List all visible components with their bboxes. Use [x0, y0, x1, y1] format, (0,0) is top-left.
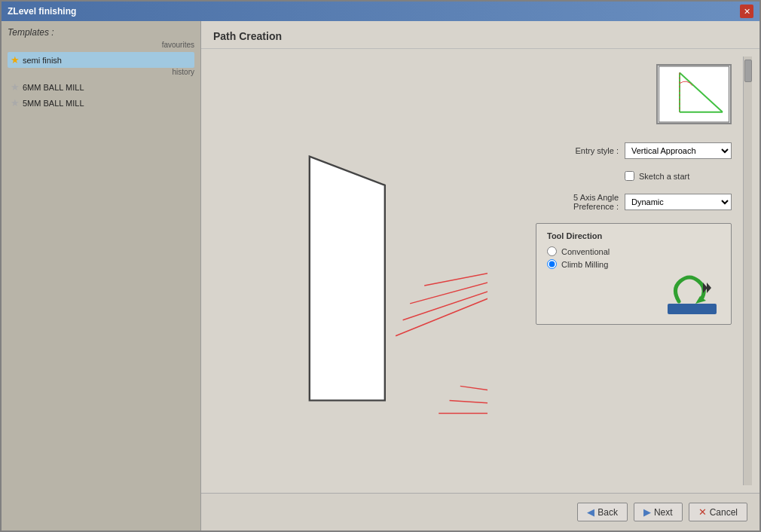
panel-title: Path Creation	[201, 21, 759, 49]
svg-line-7	[410, 274, 487, 303]
next-icon: ▶	[643, 506, 651, 518]
climb-milling-label: Climb Milling	[561, 260, 608, 269]
next-label: Next	[654, 507, 673, 518]
back-button[interactable]: ◀ Back	[577, 503, 628, 521]
entry-style-row: Entry style : Vertical Approach Horizont…	[536, 142, 732, 159]
panel-body: Entry style : Vertical Approach Horizont…	[201, 49, 759, 493]
sidebar-item-semi-finish[interactable]: ★ semi finish	[8, 52, 194, 68]
five-axis-row: 5 Axis Angle Preference : Dynamic Fixed …	[536, 193, 732, 211]
five-axis-label: 5 Axis Angle Preference :	[536, 193, 619, 211]
thumbnail-svg	[658, 66, 730, 123]
sketch-start-label: Sketch a start	[639, 172, 689, 181]
templates-label: Templates :	[8, 27, 194, 38]
svg-rect-19	[659, 66, 730, 123]
svg-line-15	[449, 400, 487, 408]
next-button[interactable]: ▶ Next	[634, 503, 683, 521]
cancel-label: Cancel	[710, 507, 738, 518]
main-window: ZLevel finishing ✕ Templates : favourite…	[0, 0, 761, 532]
right-panel: Path Creation	[201, 21, 759, 530]
favourites-label: favourites	[8, 41, 194, 49]
sketch-start-checkbox[interactable]	[625, 171, 634, 181]
five-axis-select[interactable]: Dynamic Fixed None	[625, 194, 732, 210]
svg-line-6	[424, 268, 487, 286]
climb-milling-icon	[664, 275, 720, 316]
preview-thumbnail	[656, 64, 732, 124]
svg-rect-25	[668, 304, 717, 314]
tool-svg	[246, 121, 487, 422]
conventional-radio[interactable]	[547, 246, 557, 256]
cancel-icon: ✕	[698, 506, 707, 518]
climb-row: Climb Milling	[547, 259, 720, 269]
title-bar: ZLevel finishing ✕	[2, 2, 759, 21]
settings-panel: Entry style : Vertical Approach Horizont…	[524, 57, 743, 485]
preview-area	[209, 57, 524, 485]
svg-line-17	[431, 419, 487, 422]
sidebar-item-label: semi finish	[23, 56, 62, 65]
close-button[interactable]: ✕	[740, 5, 753, 18]
svg-marker-0	[309, 156, 384, 400]
sketch-start-row: Sketch a start	[625, 171, 732, 181]
history-label: history	[8, 68, 194, 76]
sidebar-item-5mm-ball-mill[interactable]: ★ 5MM BALL MILL	[8, 95, 194, 111]
scrollbar-thumb[interactable]	[744, 60, 752, 82]
sidebar-item-label: 6MM BALL MILL	[23, 83, 84, 92]
sidebar-item-label: 5MM BALL MILL	[23, 99, 84, 108]
svg-line-9	[396, 286, 487, 335]
svg-marker-28	[707, 283, 711, 293]
back-icon: ◀	[587, 506, 594, 518]
main-content: Templates : favourites ★ semi finish his…	[2, 21, 759, 530]
star-gray-icon-1: ★	[11, 81, 20, 93]
tool-direction-box: Tool Direction Conventional Climb Millin…	[536, 223, 732, 325]
star-gold-icon: ★	[11, 54, 20, 66]
bottom-bar: ◀ Back ▶ Next ✕ Cancel	[201, 493, 759, 530]
entry-style-label: Entry style :	[536, 146, 619, 155]
tool-direction-title: Tool Direction	[547, 231, 720, 240]
climb-milling-radio[interactable]	[547, 259, 557, 269]
conventional-row: Conventional	[547, 246, 720, 256]
sidebar: Templates : favourites ★ semi finish his…	[2, 21, 201, 530]
svg-line-14	[460, 386, 487, 400]
right-scrollbar[interactable]	[743, 57, 752, 485]
tool-visualization	[246, 121, 487, 422]
entry-style-select[interactable]: Vertical Approach Horizontal Approach No…	[625, 142, 732, 159]
conventional-label: Conventional	[561, 247, 610, 256]
svg-line-8	[402, 282, 487, 320]
window-title: ZLevel finishing	[8, 6, 76, 17]
cancel-button[interactable]: ✕ Cancel	[689, 503, 747, 521]
star-gray-icon-2: ★	[11, 97, 20, 109]
sidebar-item-6mm-ball-mill[interactable]: ★ 6MM BALL MILL	[8, 79, 194, 95]
back-label: Back	[597, 507, 618, 518]
